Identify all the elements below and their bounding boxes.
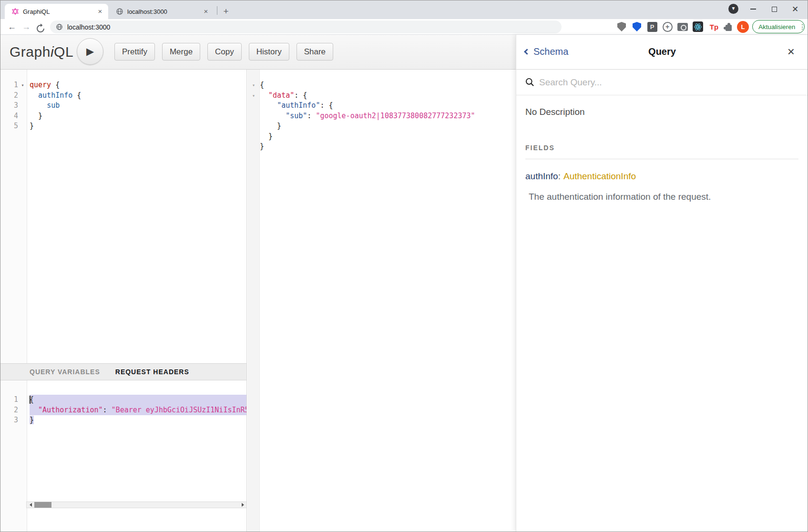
browser-update-chevron-icon[interactable]: ▼: [728, 4, 738, 14]
code-line: 3}: [0, 415, 246, 426]
code-text: authInfo {: [30, 91, 246, 101]
ublock-origin-icon[interactable]: [616, 21, 627, 32]
tampermonkey-icon[interactable]: Tp: [708, 21, 720, 32]
doc-search-bar: [516, 70, 808, 95]
tab-request-headers[interactable]: REQUEST HEADERS: [115, 368, 189, 376]
back-button-icon[interactable]: ←: [6, 21, 18, 33]
fold-toggle-icon[interactable]: ▾: [18, 80, 27, 91]
code-text: {: [260, 80, 516, 91]
code-text: "data": {: [260, 91, 516, 101]
fold-gutter-spacer: [247, 132, 260, 142]
fold-gutter-spacer: [247, 111, 260, 122]
doc-close-icon[interactable]: ×: [788, 44, 795, 59]
window-maximize-button[interactable]: [764, 0, 785, 18]
kebab-menu-icon[interactable]: ⋮: [799, 23, 806, 31]
code-text: {: [30, 395, 246, 405]
fold-gutter-spacer: [247, 101, 260, 111]
merge-button[interactable]: Merge: [162, 43, 200, 61]
code-text: "authInfo": {: [260, 101, 516, 111]
address-url: localhost:3000: [67, 23, 110, 31]
doc-explorer-title: Query: [516, 46, 808, 57]
fold-toggle-icon[interactable]: ▾: [247, 80, 260, 91]
reload-button-icon[interactable]: [34, 21, 47, 33]
line-number: 4: [0, 111, 18, 122]
fields-divider: [525, 159, 798, 159]
field-row: authInfo:AuthenticationInfo: [525, 171, 798, 182]
line-number: 1: [0, 80, 18, 91]
execute-query-button[interactable]: ▶: [77, 38, 103, 65]
site-globe-icon: [56, 23, 63, 31]
browser-update-button[interactable]: Aktualisieren ⋮: [752, 20, 805, 33]
copy-button[interactable]: Copy: [207, 43, 242, 61]
extensions-puzzle-icon[interactable]: [723, 21, 734, 32]
window-close-button[interactable]: ✕: [785, 0, 806, 18]
prettify-button[interactable]: Prettify: [114, 43, 155, 61]
tab-close-icon[interactable]: ×: [96, 7, 104, 16]
react-devtools-icon[interactable]: [692, 21, 704, 32]
tab-localhost[interactable]: localhost:3000 ×: [109, 4, 214, 19]
code-line: 3 sub: [0, 101, 246, 111]
update-button-label: Aktualisieren: [758, 23, 795, 31]
code-text: sub: [30, 101, 246, 111]
search-icon: [525, 78, 534, 87]
bitwarden-icon[interactable]: [631, 21, 643, 32]
move-tool-icon[interactable]: +: [662, 21, 673, 32]
code-line: }: [247, 121, 516, 132]
scrollbar-thumb[interactable]: [34, 502, 51, 508]
code-line: "sub": "google-oauth2|108377380082777232…: [247, 111, 516, 122]
fold-gutter-spacer: [18, 395, 27, 405]
code-text: }: [260, 132, 516, 142]
code-text: }: [260, 121, 516, 132]
line-number: 1: [0, 395, 18, 405]
forward-button-icon[interactable]: →: [20, 21, 32, 33]
request-headers-editor[interactable]: 1{2 "Authorization": "Bearer eyJhbGciOiJ…: [0, 380, 247, 532]
screenshot-camera-icon[interactable]: [677, 21, 688, 32]
new-tab-button[interactable]: +: [220, 5, 232, 18]
p-extension-icon[interactable]: P: [646, 21, 658, 32]
window-minimize-button[interactable]: [743, 0, 764, 18]
tab-graphiql[interactable]: GraphiQL ×: [5, 4, 108, 19]
line-number: 2: [0, 91, 18, 101]
query-editor[interactable]: 1▾query {2 authInfo {3 sub4 }5}: [0, 70, 247, 363]
line-number: 3: [0, 101, 18, 111]
scroll-right-button[interactable]: [239, 502, 246, 508]
fold-toggle-icon[interactable]: ▾: [247, 91, 260, 101]
share-button[interactable]: Share: [297, 43, 333, 61]
result-viewer: ▾{▾ "data": { "authInfo": { "sub": "goog…: [247, 70, 516, 532]
doc-search-input[interactable]: [539, 77, 777, 88]
secondary-editor-tabs: QUERY VARIABLES REQUEST HEADERS: [0, 363, 247, 380]
code-text: "Authorization": "Bearer eyJhbGciOiJSUzI…: [30, 405, 246, 416]
scrollbar-track[interactable]: [34, 502, 239, 508]
code-line: 1{: [0, 395, 246, 405]
history-button[interactable]: History: [249, 43, 289, 61]
graphiql-logo: GraphiQL: [10, 44, 73, 60]
field-description: The authentication information of the re…: [525, 192, 798, 202]
code-line: ▾{: [247, 80, 516, 91]
fields-heading: FIELDS: [525, 144, 798, 152]
tab-close-icon[interactable]: ×: [202, 7, 210, 16]
horizontal-scrollbar[interactable]: [26, 501, 247, 508]
address-bar[interactable]: localhost:3000: [50, 20, 562, 33]
browser-titlebar: GraphiQL × localhost:3000 × + ▼ ✕: [0, 0, 808, 19]
fold-gutter-spacer: [18, 91, 27, 101]
scroll-left-button[interactable]: [27, 502, 34, 508]
field-name-link[interactable]: authInfo: [525, 171, 558, 181]
code-line: }: [247, 132, 516, 142]
graphql-favicon-icon: [11, 8, 19, 15]
code-text: "sub": "google-oauth2|108377380082777232…: [260, 111, 516, 122]
field-type-link[interactable]: AuthenticationInfo: [563, 171, 636, 181]
tab-title: GraphiQL: [23, 8, 96, 15]
code-line: 4 }: [0, 111, 246, 122]
code-line: 2 authInfo {: [0, 91, 246, 101]
code-line: 1▾query {: [0, 80, 246, 91]
code-line: 5}: [0, 121, 246, 132]
code-line: ▾ "data": {: [247, 91, 516, 101]
graphiql-topbar: GraphiQL ▶ Prettify Merge Copy History S…: [0, 35, 516, 70]
code-text: }: [30, 121, 246, 132]
fold-gutter-spacer: [18, 101, 27, 111]
code-text: }: [260, 142, 516, 152]
profile-avatar[interactable]: L: [737, 21, 749, 33]
globe-favicon-icon: [116, 8, 123, 15]
type-description: No Description: [525, 107, 798, 117]
tab-query-variables[interactable]: QUERY VARIABLES: [30, 368, 100, 376]
